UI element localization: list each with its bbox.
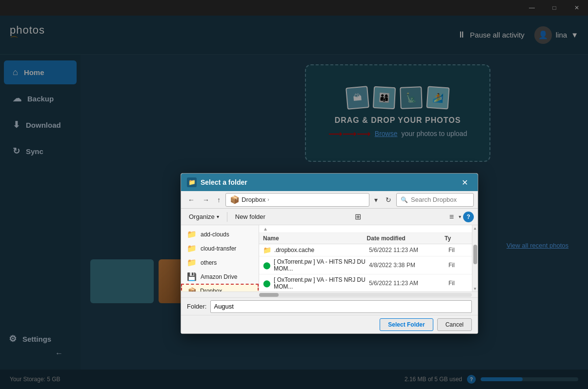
left-pane-item-cloud-transfer[interactable]: 📁 cloud-transfer — [181, 241, 259, 255]
dialog-close-button[interactable]: ✕ — [458, 176, 472, 189]
file-name-cell: ⬤ [ OxTorrent.pw ] VA - HITS NRJ DU MOM.… — [263, 276, 369, 290]
left-pane-item-add-clouds[interactable]: 📁 add-clouds — [181, 227, 259, 241]
cancel-button[interactable]: Cancel — [437, 318, 472, 331]
folder-name: cloud-transfer — [201, 245, 236, 252]
file-list: 📁 .dropbox.cache 5/6/2022 11:23 AM Fil ⬤… — [259, 244, 472, 292]
dialog-title-icon: 📁 — [187, 177, 197, 187]
toolbar-separator — [227, 212, 227, 222]
refresh-button[interactable]: ↻ — [383, 194, 394, 206]
file-dialog: 📁 Select a folder ✕ ← → ↑ 📦 Dropbox › ▾ … — [181, 173, 478, 334]
up-button[interactable]: ↑ — [214, 194, 223, 206]
folder-name: Dropbox — [200, 288, 222, 292]
organize-button[interactable]: Organize ▾ — [185, 211, 223, 222]
breadcrumb-arrow: › — [267, 197, 269, 202]
back-button[interactable]: ← — [185, 194, 198, 206]
left-pane: 📁 add-clouds 📁 cloud-transfer 📁 others 💾… — [181, 225, 259, 292]
dialog-content: 📁 add-clouds 📁 cloud-transfer 📁 others 💾… — [181, 225, 478, 292]
file-name-cell: ⬤ [ OxTorrent.pw ] VA - HITS NRJ DU MOM.… — [263, 258, 369, 272]
search-input[interactable] — [411, 196, 469, 203]
file-item[interactable]: ⬤ [ OxTorrent.pw ] VA - HITS NRJ DU MOM.… — [259, 256, 472, 274]
new-folder-label: New folder — [235, 213, 265, 220]
folder-icon: 📁 — [263, 246, 271, 254]
search-box: 🔍 — [396, 193, 474, 207]
breadcrumb-icon: 📦 — [230, 195, 240, 204]
forward-button[interactable]: → — [200, 194, 212, 206]
col-name-header[interactable]: Name — [263, 235, 367, 242]
folder-name: others — [201, 259, 217, 266]
folder-input[interactable] — [210, 300, 472, 313]
view-chevron-icon: ▾ — [459, 214, 461, 219]
file-item[interactable]: 📁 .dropbox.cache 5/6/2022 11:23 AM Fil — [259, 244, 472, 256]
file-icon: ⬤ — [263, 261, 271, 269]
folder-input-row: Folder: — [181, 297, 478, 315]
search-icon: 🔍 — [401, 196, 408, 203]
horizontal-scrollbar[interactable] — [181, 292, 478, 297]
file-name-cell: 📁 .dropbox.cache — [263, 246, 369, 254]
breadcrumb-text: Dropbox — [242, 196, 265, 203]
col-type-header[interactable]: Ty — [445, 235, 464, 242]
file-icon: ⬤ — [263, 279, 271, 287]
folder-icon: 📁 — [187, 258, 197, 267]
select-folder-button[interactable]: Select Folder — [380, 318, 433, 331]
dropbox-icon: 📦 — [188, 287, 196, 292]
dialog-toolbar: Organize ▾ New folder ⊞ ≡ ▾ ? — [181, 209, 478, 225]
breadcrumb-area[interactable]: 📦 Dropbox › — [225, 193, 369, 207]
drive-icon: 💾 — [187, 272, 197, 281]
folder-name: add-clouds — [201, 231, 229, 238]
dialog-buttons: Select Folder Cancel — [181, 315, 478, 333]
organize-chevron-icon: ▾ — [217, 214, 219, 219]
vertical-scrollbar[interactable]: ▲ ▼ — [472, 225, 478, 292]
folder-icon: 📁 — [187, 230, 197, 239]
folder-label: Folder: — [187, 303, 206, 310]
folder-icon: 📁 — [187, 244, 197, 253]
view-details-button[interactable]: ≡ — [446, 211, 457, 223]
right-pane: ▲ Name Date modified Ty 📁 .dropbox.cache… — [259, 225, 472, 292]
view-toggle-button[interactable]: ⊞ — [352, 210, 364, 223]
address-bar: ← → ↑ 📦 Dropbox › ▾ ↻ 🔍 — [181, 191, 478, 209]
file-item[interactable]: ⬤ [ OxTorrent.pw ] VA - HITS NRJ DU MOM.… — [259, 274, 472, 292]
help-button[interactable]: ? — [463, 212, 474, 222]
folder-name: Amazon Drive — [201, 273, 237, 280]
new-folder-button[interactable]: New folder — [231, 211, 269, 222]
organize-label: Organize — [189, 213, 215, 220]
dialog-title-text: Select a folder — [201, 178, 458, 186]
dropdown-button[interactable]: ▾ — [371, 194, 381, 206]
left-pane-item-others[interactable]: 📁 others — [181, 255, 259, 270]
dialog-title-bar: 📁 Select a folder ✕ — [181, 174, 478, 191]
left-pane-item-amazon-drive[interactable]: 💾 Amazon Drive — [181, 270, 259, 284]
column-header: Name Date modified Ty — [259, 233, 472, 244]
col-date-header[interactable]: Date modified — [367, 235, 445, 242]
left-pane-item-dropbox[interactable]: 📦 Dropbox — [181, 284, 259, 292]
